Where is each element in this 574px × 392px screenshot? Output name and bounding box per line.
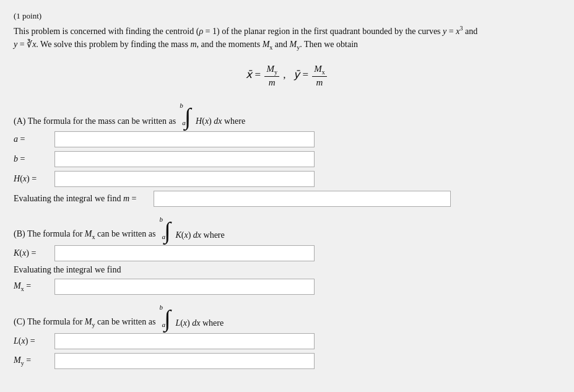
section-b: (B) The formula for Mx can be written as… [14,216,560,295]
section-a-integrand-label: H(x) dx where [196,116,245,126]
Mx-eval-label-row: Evaluating the integral we find [14,265,560,275]
b-input[interactable] [54,151,315,167]
section-b-header: (B) The formula for Mx can be written as… [14,216,560,240]
section-c-header: (C) The formula for My can be written as… [14,303,560,328]
xbar-label: x̄ [246,69,252,81]
section-a-label: (A) The formula for the mass can be writ… [14,116,176,126]
Mx-input[interactable] [54,279,315,295]
section-c-integrand-label: L(x) dx where [175,318,224,328]
a-label: a = [14,134,51,144]
integral-a-symbol: ∫ [185,107,191,126]
My-value-row: My = [14,353,560,369]
xbar-fraction: My m [264,64,279,88]
Lx-input[interactable] [54,333,315,349]
section-c-label: (C) The formula for My can be written as [14,317,155,328]
My-label: My = [14,355,51,367]
centroid-formula: x̄ = My m , ȳ = Mx m [14,64,560,88]
ybar-label: ȳ [294,69,300,81]
integral-b-symbol: ∫ [164,221,170,240]
My-input[interactable] [54,353,315,369]
Kx-label: K(x) = [14,248,51,258]
b-value-row: b = [14,151,560,167]
points-label: (1 point) [14,11,560,21]
section-a-header: (A) The formula for the mass can be writ… [14,102,560,126]
Kx-input[interactable] [54,245,315,261]
Mx-eval-label: Evaluating the integral we find [14,265,121,275]
Hx-label: H(x) = [14,174,51,184]
ybar-fraction: Mx m [312,64,327,88]
section-b-integrand-label: K(x) dx where [175,230,224,240]
Kx-value-row: K(x) = [14,245,560,261]
section-b-label: (B) The formula for Mx can be written as [14,229,155,240]
integral-c-symbol: ∫ [164,309,170,328]
integral-c: b a ∫ [159,303,170,328]
Mx-label: Mx = [14,281,51,292]
Hx-value-row: H(x) = [14,171,560,187]
mass-eval-row: Evaluating the integral we find m = [14,191,560,207]
a-input[interactable] [54,131,315,147]
mass-input[interactable] [154,191,451,207]
Mx-value-row: Mx = [14,279,560,295]
integral-b: b a ∫ [159,216,170,240]
mass-eval-label: Evaluating the integral we find m = [14,194,150,204]
section-c: (C) The formula for My can be written as… [14,303,560,369]
a-value-row: a = [14,131,560,147]
Hx-input[interactable] [54,171,315,187]
section-a: (A) The formula for the mass can be writ… [14,102,560,207]
rho-symbol: ρ = 1 [199,27,217,36]
Lx-label: L(x) = [14,336,51,346]
b-label: b = [14,154,51,164]
Lx-value-row: L(x) = [14,333,560,349]
integral-a: b a ∫ [180,102,191,126]
intro-text: This problem is concerned with finding t… [14,24,560,53]
